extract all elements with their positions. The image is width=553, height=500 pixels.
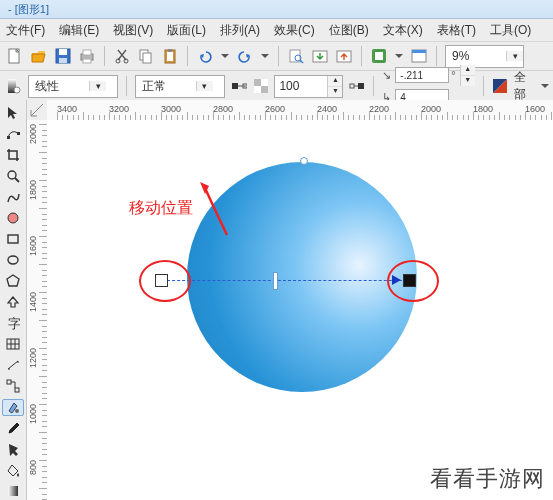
fill-type-combo[interactable]: 线性 ▾ — [28, 75, 118, 98]
ruler-tick: 3400 — [57, 104, 77, 114]
menu-tools[interactable]: 工具(O) — [490, 22, 531, 39]
svg-point-40 — [8, 256, 18, 264]
menu-table[interactable]: 表格(T) — [437, 22, 476, 39]
open-icon[interactable] — [30, 47, 48, 65]
canvas[interactable]: 移动位置 — [47, 120, 553, 500]
fill-midpoint-handle[interactable] — [273, 272, 278, 290]
chevron-down-icon[interactable]: ▾ — [89, 81, 106, 91]
launcher-dropdown-icon[interactable] — [394, 47, 404, 65]
svg-rect-39 — [8, 235, 18, 243]
app-launcher-icon[interactable] — [370, 47, 388, 65]
smart-fill-tool[interactable] — [2, 209, 24, 226]
property-bar: 线性 ▾ 正常 ▾ 100 ▲▼ ↘ -.211 ° ▲▼ ↳ 4 ▲▼ 全部 — [0, 71, 553, 102]
polygon-tool[interactable] — [2, 272, 24, 289]
annotation-ellipse-start — [139, 260, 191, 302]
separator — [361, 46, 362, 66]
fill-vector-line[interactable] — [162, 280, 412, 281]
rectangle-tool[interactable] — [2, 230, 24, 247]
cut-icon[interactable] — [113, 47, 131, 65]
watermark: 看看手游网 — [430, 464, 545, 494]
scope-label[interactable]: 全部 — [514, 69, 535, 103]
interactive-transparency-tool[interactable] — [2, 483, 24, 500]
opacity-field[interactable]: 100 ▲▼ — [274, 75, 343, 98]
import-icon[interactable] — [311, 47, 329, 65]
zoom-value: 9% — [446, 49, 506, 63]
ruler-tick: 1200 — [28, 348, 38, 368]
new-icon[interactable] — [6, 47, 24, 65]
svg-rect-33 — [358, 83, 364, 89]
menu-edit[interactable]: 编辑(E) — [59, 22, 99, 39]
spin-down-icon[interactable]: ▼ — [461, 76, 475, 86]
menu-arrange[interactable]: 排列(A) — [220, 22, 260, 39]
outline-tool[interactable] — [2, 441, 24, 458]
titlebar: - [图形1] — [0, 0, 553, 19]
print-icon[interactable] — [78, 47, 96, 65]
ruler-tick: 1600 — [28, 236, 38, 256]
menu-text[interactable]: 文本(X) — [383, 22, 423, 39]
menu-bitmaps[interactable]: 位图(B) — [329, 22, 369, 39]
spin-up-icon[interactable]: ▲ — [461, 65, 475, 76]
fill-type-value: 线性 — [29, 78, 89, 95]
menu-layout[interactable]: 版面(L) — [167, 22, 206, 39]
ruler-tick: 800 — [28, 460, 38, 475]
spin-up-icon[interactable]: ▲ — [328, 76, 342, 87]
chevron-down-icon[interactable]: ▾ — [196, 81, 213, 91]
separator — [373, 76, 374, 96]
dimension-tool[interactable] — [2, 357, 24, 374]
ruler-vertical[interactable]: 200018001600140012001000800 — [27, 120, 48, 500]
separator — [278, 46, 279, 66]
svg-rect-29 — [254, 79, 261, 86]
ruler-horizontal[interactable]: 3400320030002800260024002200200018001600 — [47, 100, 553, 121]
svg-line-47 — [8, 361, 18, 369]
ellipse-tool[interactable] — [2, 251, 24, 268]
eyedropper-tool[interactable] — [2, 420, 24, 437]
node-start-icon[interactable] — [231, 77, 247, 95]
undo-dropdown-icon[interactable] — [220, 47, 230, 65]
chevron-down-icon[interactable] — [540, 77, 549, 95]
menu-effects[interactable]: 效果(C) — [274, 22, 315, 39]
table-tool[interactable] — [2, 336, 24, 353]
edit-fill-icon[interactable] — [4, 77, 22, 95]
chevron-down-icon[interactable]: ▾ — [506, 51, 523, 61]
freehand-tool[interactable] — [2, 188, 24, 205]
svg-marker-41 — [7, 275, 19, 286]
interactive-fill-tool[interactable] — [2, 399, 24, 416]
redo-icon[interactable] — [236, 47, 254, 65]
welcome-icon[interactable] — [410, 47, 428, 65]
menu-file[interactable]: 文件(F) — [6, 22, 45, 39]
svg-point-52 — [15, 409, 19, 413]
undo-icon[interactable] — [196, 47, 214, 65]
copy-icon[interactable] — [137, 47, 155, 65]
ruler-tick: 1600 — [525, 104, 545, 114]
ruler-tick: 2800 — [213, 104, 233, 114]
ruler-tick: 1800 — [473, 104, 493, 114]
export-icon[interactable] — [335, 47, 353, 65]
svg-point-24 — [14, 87, 20, 93]
basic-shapes-tool[interactable] — [2, 293, 24, 310]
save-icon[interactable] — [54, 47, 72, 65]
svg-rect-54 — [8, 486, 18, 496]
svg-rect-6 — [83, 59, 91, 63]
shape-tool[interactable] — [2, 125, 24, 142]
menu-view[interactable]: 视图(V) — [113, 22, 153, 39]
canvas-area: 3400320030002800260024002200200018001600… — [27, 100, 553, 500]
search-icon[interactable] — [287, 47, 305, 65]
paste-icon[interactable] — [161, 47, 179, 65]
pick-tool[interactable] — [2, 104, 24, 121]
text-tool[interactable]: 字 — [2, 314, 24, 331]
fill-tool[interactable] — [2, 462, 24, 479]
separator — [483, 76, 484, 96]
x-value: -.211 — [396, 70, 448, 81]
ruler-tick: 1400 — [28, 292, 38, 312]
x-field[interactable]: -.211 — [395, 67, 449, 83]
connector-tool[interactable] — [2, 378, 24, 395]
redo-dropdown-icon[interactable] — [260, 47, 270, 65]
node-end-icon[interactable] — [349, 77, 365, 95]
spin-down-icon[interactable]: ▼ — [328, 87, 342, 97]
ruler-origin[interactable] — [27, 100, 48, 121]
crop-tool[interactable] — [2, 146, 24, 163]
zoom-tool[interactable] — [2, 167, 24, 184]
rotation-handle[interactable] — [300, 157, 308, 165]
separator — [126, 76, 127, 96]
blend-combo[interactable]: 正常 ▾ — [135, 75, 225, 98]
